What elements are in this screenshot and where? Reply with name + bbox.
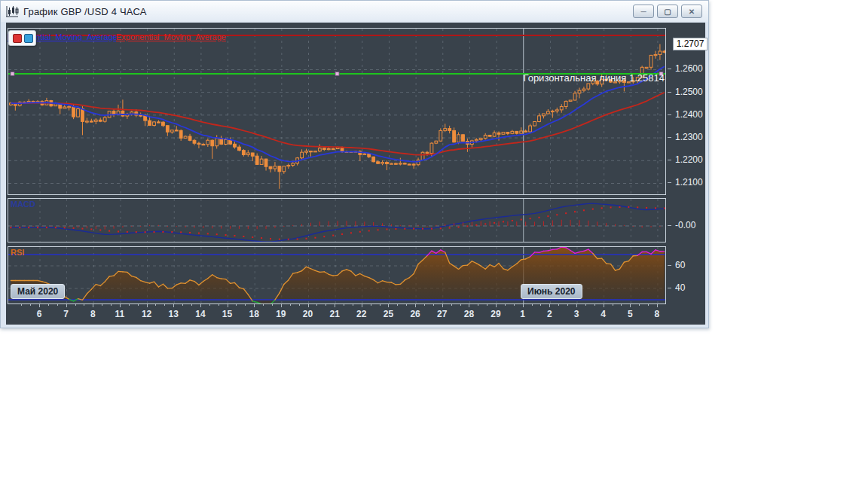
time-tick-mark bbox=[406, 304, 407, 306]
time-tick-mark bbox=[523, 304, 524, 307]
date-label: 6 bbox=[31, 309, 47, 319]
price-panel[interactable] bbox=[8, 28, 666, 195]
time-tick-mark bbox=[594, 304, 595, 306]
date-label: 15 bbox=[219, 309, 236, 319]
month-label-may: Май 2020 bbox=[11, 284, 65, 299]
macd-label: MACD bbox=[11, 200, 35, 209]
time-tick-mark bbox=[371, 304, 371, 306]
time-tick-mark bbox=[147, 304, 148, 307]
time-tick-mark bbox=[39, 304, 40, 307]
time-tick-mark bbox=[48, 304, 49, 306]
time-tick-mark bbox=[200, 304, 201, 307]
time-tick-mark bbox=[191, 304, 192, 306]
current-price-box: 1.2707 bbox=[673, 38, 708, 50]
date-label: 20 bbox=[300, 309, 316, 319]
axis-tick-mark bbox=[668, 265, 671, 266]
price-tick-label: 1.2300 bbox=[675, 132, 703, 142]
date-label: 12 bbox=[139, 309, 155, 319]
axis-tick-mark bbox=[668, 288, 671, 288]
time-tick-mark bbox=[308, 304, 309, 307]
time-tick-mark bbox=[433, 304, 434, 306]
time-tick-mark bbox=[585, 304, 586, 306]
time-tick-mark bbox=[21, 304, 22, 306]
time-tick-mark bbox=[93, 304, 93, 307]
time-tick-mark bbox=[362, 304, 362, 307]
date-label: 29 bbox=[487, 309, 504, 319]
time-tick-mark bbox=[272, 304, 273, 306]
time-tick-mark bbox=[164, 304, 165, 306]
time-tick-mark bbox=[388, 304, 389, 307]
time-tick-mark bbox=[129, 304, 130, 306]
time-tick-mark bbox=[263, 304, 264, 306]
rsi-60-label: 60 bbox=[675, 260, 685, 270]
chart-mini-toolbar bbox=[8, 30, 36, 46]
time-tick-mark bbox=[424, 304, 425, 306]
time-tick-mark bbox=[182, 304, 183, 306]
axis-tick-mark bbox=[668, 225, 671, 226]
time-tick-mark bbox=[66, 304, 67, 307]
time-tick-mark bbox=[335, 304, 335, 307]
date-label: 21 bbox=[326, 309, 343, 319]
macd-zero-label: -0.00 bbox=[675, 220, 695, 230]
time-tick-mark bbox=[487, 304, 487, 306]
macd-panel[interactable] bbox=[8, 198, 666, 242]
axis-tick-mark bbox=[668, 160, 671, 160]
time-tick-mark bbox=[505, 304, 506, 306]
axis-tick-mark bbox=[668, 114, 671, 115]
time-tick-mark bbox=[299, 304, 300, 306]
time-tick-mark bbox=[84, 304, 84, 306]
time-tick-mark bbox=[326, 304, 326, 306]
date-label: 2 bbox=[541, 309, 558, 319]
legend-ma-slow: Exponential_Moving_Average bbox=[116, 32, 226, 41]
time-tick-mark bbox=[549, 304, 550, 307]
time-tick-mark bbox=[397, 304, 398, 306]
time-tick-mark bbox=[245, 304, 246, 306]
chart-app-icon bbox=[5, 5, 19, 17]
time-tick-mark bbox=[254, 304, 255, 307]
time-axis[interactable]: 678111213141518192021222526272829123458 bbox=[8, 304, 666, 324]
date-label: 27 bbox=[434, 309, 451, 319]
date-label: 19 bbox=[273, 309, 289, 319]
time-tick-mark bbox=[648, 304, 649, 306]
time-tick-mark bbox=[478, 304, 478, 306]
time-tick-mark bbox=[613, 304, 613, 306]
date-label: 28 bbox=[460, 309, 477, 319]
date-label: 26 bbox=[407, 309, 423, 319]
date-label: 7 bbox=[58, 309, 75, 319]
close-button[interactable]: ✕ bbox=[681, 5, 702, 18]
date-label: 11 bbox=[112, 309, 128, 319]
date-label: 3 bbox=[568, 309, 585, 319]
date-label: 1 bbox=[515, 309, 531, 319]
red-square-button[interactable] bbox=[13, 34, 22, 43]
date-label: 18 bbox=[246, 309, 262, 319]
axis-tick-mark bbox=[668, 92, 671, 93]
time-tick-mark bbox=[353, 304, 353, 306]
window-title: График GBP /USD 4 ЧАСА bbox=[23, 6, 147, 17]
time-tick-mark bbox=[219, 304, 219, 306]
time-tick-mark bbox=[236, 304, 237, 306]
time-tick-mark bbox=[567, 304, 568, 306]
maximize-button[interactable]: ▢ bbox=[657, 5, 678, 18]
time-tick-mark bbox=[639, 304, 640, 306]
minimize-button[interactable]: ─ bbox=[633, 5, 654, 18]
time-tick-mark bbox=[120, 304, 121, 307]
blue-square-button[interactable] bbox=[24, 34, 33, 43]
price-tick-label: 1.2200 bbox=[675, 154, 703, 165]
time-tick-mark bbox=[281, 304, 282, 307]
axis-tick-mark bbox=[668, 137, 671, 138]
time-tick-mark bbox=[460, 304, 461, 306]
time-tick-mark bbox=[57, 304, 58, 306]
time-tick-mark bbox=[102, 304, 102, 306]
time-tick-mark bbox=[209, 304, 210, 306]
time-tick-mark bbox=[111, 304, 112, 306]
price-tick-label: 1.2600 bbox=[675, 63, 703, 74]
time-tick-mark bbox=[380, 304, 381, 306]
price-axis[interactable]: 1.2707 1.26001.25001.24001.23001.22001.2… bbox=[668, 23, 705, 325]
time-tick-mark bbox=[75, 304, 76, 306]
time-tick-mark bbox=[155, 304, 156, 306]
time-tick-mark bbox=[415, 304, 416, 307]
axis-tick-mark bbox=[668, 69, 671, 69]
price-tick-label: 1.2100 bbox=[675, 177, 703, 188]
rsi-label: RSI bbox=[11, 248, 24, 257]
date-label: 5 bbox=[622, 309, 638, 319]
